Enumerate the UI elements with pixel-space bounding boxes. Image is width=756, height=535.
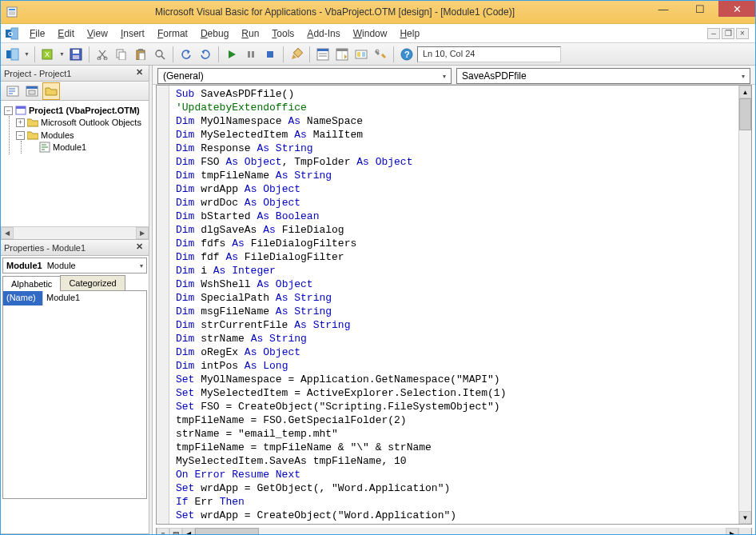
object-browser-button[interactable] [352, 46, 370, 63]
break-button[interactable] [242, 46, 260, 63]
folder-icon [27, 130, 38, 141]
close-button[interactable]: ✕ [718, 1, 755, 17]
expander-icon[interactable]: − [16, 131, 25, 140]
view-outlook-button[interactable] [4, 46, 22, 63]
tree-folder-outlook[interactable]: Microsoft Outlook Objects [41, 118, 141, 127]
menu-file[interactable]: File [23, 26, 51, 42]
svg-rect-2 [9, 11, 15, 15]
full-module-view-button[interactable]: ▤ [169, 528, 182, 534]
svg-rect-25 [293, 48, 302, 57]
insert-module-button[interactable]: X [39, 46, 57, 63]
svg-rect-34 [357, 52, 360, 57]
mdi-minimize-button[interactable]: – [707, 28, 720, 39]
mdi-close-button[interactable]: × [736, 28, 749, 39]
toggle-folders-button[interactable] [42, 82, 60, 100]
svg-rect-29 [319, 55, 327, 57]
properties-window-button[interactable] [333, 46, 351, 63]
view-object-button[interactable] [23, 82, 41, 100]
expander-icon[interactable]: + [16, 118, 25, 127]
dropdown-arrow-icon[interactable]: ▼ [23, 46, 30, 63]
object-combo[interactable]: (General)▾ [157, 68, 452, 84]
paste-button[interactable] [132, 46, 149, 63]
cut-button[interactable] [94, 46, 111, 63]
svg-rect-22 [248, 51, 250, 58]
menu-window[interactable]: Window [347, 26, 394, 42]
tab-alphabetic[interactable]: Alphabetic [2, 276, 61, 291]
property-row: (Name) Module1 [3, 291, 146, 305]
svg-rect-7 [11, 49, 18, 60]
project-tree[interactable]: −Project1 (VbaProject.OTM) +Microsoft Ou… [1, 101, 149, 226]
standard-toolbar: ▼ X ▼ ? Ln 10, Col 24 [1, 43, 755, 66]
chevron-down-icon: ▾ [742, 73, 745, 80]
title-bar: Microsoft Visual Basic for Applications … [1, 1, 755, 24]
cursor-position-box: Ln 10, Col 24 [417, 46, 561, 62]
maximize-button[interactable]: ☐ [682, 1, 718, 17]
tree-module1[interactable]: Module1 [53, 142, 86, 152]
properties-object-combo[interactable]: Module1 Module ▾ [2, 258, 147, 273]
svg-point-20 [156, 50, 162, 57]
toolbox-button[interactable] [372, 46, 389, 63]
menu-format[interactable]: Format [151, 26, 194, 42]
scroll-right-button[interactable]: ▶ [136, 227, 149, 239]
redo-button[interactable] [197, 46, 214, 63]
procedure-view-button[interactable]: ≡ [157, 528, 169, 534]
tree-folder-modules[interactable]: Modules [41, 130, 74, 140]
run-button[interactable] [223, 46, 241, 63]
svg-rect-23 [252, 51, 254, 58]
code-editor[interactable]: Sub SaveAsPDFfile() 'UpdatebyExtendoffic… [169, 86, 738, 524]
undo-button[interactable] [177, 46, 195, 63]
properties-panel-close-button[interactable]: ✕ [133, 242, 145, 254]
window-title: Microsoft Visual Basic for Applications … [25, 6, 645, 18]
mdi-restore-button[interactable]: ❐ [722, 28, 734, 39]
properties-panel-title: Properties - Module1 ✕ [1, 240, 149, 256]
module-icon [39, 142, 50, 153]
scroll-left-button[interactable]: ◀ [1, 227, 14, 239]
outlook-icon: O [4, 26, 20, 42]
svg-rect-47 [16, 106, 26, 109]
expander-icon[interactable]: − [4, 106, 13, 115]
property-name[interactable]: (Name) [3, 291, 43, 305]
procedure-combo[interactable]: SaveAsPDFfile▾ [456, 68, 750, 84]
vertical-scrollbar[interactable]: ▲▼ [738, 86, 751, 524]
svg-text:?: ? [404, 50, 410, 59]
code-margin [157, 86, 169, 524]
svg-rect-24 [267, 51, 273, 58]
menu-run[interactable]: Run [235, 26, 265, 42]
dropdown-arrow-icon[interactable]: ▼ [58, 46, 66, 63]
reset-button[interactable] [261, 46, 279, 63]
property-value[interactable]: Module1 [43, 291, 146, 305]
design-mode-button[interactable] [288, 46, 305, 63]
minimize-button[interactable]: — [645, 1, 682, 17]
project-icon [15, 105, 26, 116]
project-root[interactable]: Project1 (VbaProject.OTM) [29, 106, 140, 115]
svg-rect-28 [319, 53, 327, 54]
properties-grid[interactable]: (Name) Module1 [2, 291, 147, 499]
menu-help[interactable]: Help [393, 26, 426, 42]
scroll-left-button[interactable]: ◀ [182, 528, 195, 534]
menu-add-ins[interactable]: Add-Ins [300, 26, 346, 42]
find-button[interactable] [151, 46, 169, 63]
svg-rect-12 [73, 55, 79, 59]
app-icon [6, 6, 18, 18]
menu-edit[interactable]: Edit [51, 26, 81, 42]
save-button[interactable] [67, 46, 85, 63]
menu-tools[interactable]: Tools [265, 26, 300, 42]
project-panel-close-button[interactable]: ✕ [133, 67, 145, 80]
view-code-button[interactable] [4, 82, 22, 100]
folder-icon [27, 117, 38, 128]
chevron-down-icon: ▾ [140, 262, 143, 269]
menu-debug[interactable]: Debug [194, 26, 235, 42]
svg-text:X: X [45, 50, 50, 58]
menu-view[interactable]: View [81, 26, 114, 42]
scroll-right-button[interactable]: ▶ [726, 528, 738, 534]
scrollbar-thumb[interactable] [195, 528, 259, 534]
svg-rect-19 [139, 53, 145, 60]
project-explorer-button[interactable] [314, 46, 332, 63]
help-button[interactable]: ? [398, 46, 416, 63]
svg-rect-31 [336, 49, 348, 51]
menu-bar: O FileEditViewInsertFormatDebugRunToolsA… [1, 24, 755, 43]
copy-button[interactable] [113, 46, 130, 63]
tab-categorized[interactable]: Categorized [60, 275, 125, 290]
svg-rect-45 [29, 90, 35, 94]
menu-insert[interactable]: Insert [114, 26, 151, 42]
